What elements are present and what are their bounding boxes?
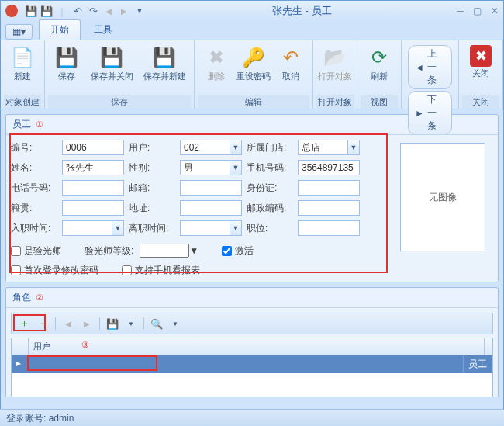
employee-panel: 员工① 编号: 用户: ▼ 所属门店: ▼ 姓名: 性别: ▼ 手机号码: 电话… (5, 114, 499, 282)
tb-save-drop-icon[interactable]: ▼ (123, 316, 139, 331)
tb-next-icon[interactable]: ► (79, 316, 95, 331)
dropdown-icon[interactable]: ▼ (230, 140, 242, 155)
leave-label: 离职时间: (129, 222, 175, 235)
native-input[interactable] (62, 200, 124, 216)
role-grid: 用户 ③ ▸ 员工 (11, 338, 493, 397)
optometrist-checkbox[interactable]: 是验光师 (11, 244, 61, 258)
dropdown-icon[interactable]: ▼ (347, 140, 360, 155)
tb-save-icon[interactable]: 💾 (105, 316, 120, 331)
add-role-button[interactable]: ＋ (16, 316, 32, 331)
active-checkbox[interactable]: 激活 (222, 244, 254, 258)
grid-corner (12, 338, 29, 355)
email-input[interactable] (180, 180, 242, 196)
role-row[interactable]: ▸ 员工 (12, 355, 492, 373)
qat-save-icon[interactable]: 💾 (24, 4, 38, 18)
role-panel: 角色② ＋ － ◄ ► 💾 ▼ 🔍 ▼ 用户 ③ (5, 287, 499, 397)
undo-icon: ↶ (278, 45, 303, 70)
hire-input[interactable] (62, 220, 112, 236)
close-window-button[interactable]: ✕ (491, 5, 499, 16)
mobilereport-checkbox[interactable]: 支持手机看报表 (122, 264, 200, 277)
save-button[interactable]: 💾保存 (48, 42, 85, 85)
window-title: 张先生 - 员工 (147, 4, 457, 18)
user-input[interactable] (180, 140, 230, 155)
file-menu[interactable]: ▦▾ (5, 24, 33, 40)
next-record-button[interactable]: ►下一条 (408, 91, 452, 135)
leave-input[interactable] (180, 220, 230, 236)
tb-prev-icon[interactable]: ◄ (60, 316, 76, 331)
tab-tools[interactable]: 工具 (82, 19, 124, 40)
next-icon: ► (415, 108, 424, 119)
dropdown-icon[interactable]: ▼ (230, 220, 242, 236)
zip-input[interactable] (298, 200, 360, 216)
dropdown-icon[interactable]: ▼ (112, 220, 124, 236)
close-button[interactable]: ✖关闭 (462, 42, 499, 81)
hire-label: 入职时间: (11, 222, 57, 235)
qat-redo-icon[interactable]: ↷ (86, 4, 100, 18)
prev-icon: ◄ (415, 62, 424, 73)
open-object-button[interactable]: 📂打开对象 (316, 42, 354, 85)
name-label: 姓名: (11, 161, 57, 175)
group-save-label: 保存 (48, 95, 191, 109)
qat-prev-icon[interactable]: ◄ (102, 4, 116, 18)
gender-input[interactable] (180, 160, 230, 175)
qat-sep-icon: | (55, 4, 69, 18)
group-view-label: 视图 (361, 95, 398, 109)
save-close-button[interactable]: 💾保存并关闭 (85, 42, 138, 85)
qat-saveclose-icon[interactable]: 💾 (40, 4, 54, 18)
minimize-button[interactable]: ─ (457, 5, 464, 16)
annotation-3: ③ (81, 340, 89, 356)
save-icon: 💾 (54, 45, 79, 70)
dropdown-icon[interactable]: ▼ (189, 245, 198, 256)
native-label: 籍贯: (11, 202, 57, 215)
tb-search-drop-icon[interactable]: ▼ (167, 316, 183, 331)
photo-placeholder[interactable]: 无图像 (400, 143, 485, 251)
close-icon: ✖ (470, 45, 492, 67)
group-open-label: 打开对象 (316, 95, 354, 109)
idno-input[interactable] (298, 180, 360, 196)
post-label: 职位: (247, 222, 293, 235)
email-label: 邮箱: (129, 182, 175, 195)
grid-empty (12, 373, 492, 397)
firstlogin-checkbox[interactable]: 首次登录修改密码 (11, 264, 98, 277)
annotation-2: ② (36, 293, 43, 303)
refresh-icon: ⟳ (367, 45, 392, 70)
role-cell[interactable]: 员工 (464, 355, 492, 373)
save-new-button[interactable]: 💾保存并新建 (138, 42, 191, 85)
mobile-input[interactable] (298, 160, 360, 175)
addr-input[interactable] (180, 200, 242, 216)
optlevel-input[interactable] (140, 244, 189, 258)
shop-input[interactable] (298, 140, 347, 155)
gender-label: 性别: (129, 161, 175, 175)
qat-dropdown-icon[interactable]: ▼ (133, 4, 147, 18)
panel-title: 角色 (12, 291, 31, 304)
zip-label: 邮政编码: (247, 202, 293, 215)
group-create-label: 对象创建 (4, 95, 41, 109)
group-edit-label: 编辑 (198, 95, 309, 109)
qat-next-icon[interactable]: ► (117, 4, 131, 18)
new-button[interactable]: 📄新建 (4, 42, 41, 85)
delete-button[interactable]: ✖删除 (198, 42, 235, 85)
qat-undo-icon[interactable]: ↶ (71, 4, 85, 18)
app-icon (5, 5, 18, 17)
reset-password-button[interactable]: 🔑重设密码 (235, 42, 272, 85)
post-input[interactable] (298, 220, 360, 236)
save-close-icon: 💾 (99, 45, 124, 70)
refresh-button[interactable]: ⟳刷新 (361, 42, 398, 85)
code-input[interactable] (62, 140, 124, 155)
col-user[interactable]: 用户 (29, 338, 485, 355)
role-toolbar: ＋ － ◄ ► 💾 ▼ 🔍 ▼ (11, 313, 493, 334)
tb-search-icon[interactable]: 🔍 (149, 316, 164, 331)
tab-start[interactable]: 开始 (39, 19, 81, 40)
prev-record-button[interactable]: ◄上一条 (408, 45, 452, 89)
tel-input[interactable] (62, 180, 124, 196)
idno-label: 身份证: (247, 182, 293, 195)
annotation-1: ① (36, 119, 43, 130)
dropdown-icon[interactable]: ▼ (230, 160, 242, 175)
remove-role-button[interactable]: － (35, 316, 50, 331)
status-bar: 登录账号: admin (0, 409, 504, 426)
optlevel-label: 验光师等级: (85, 244, 133, 258)
cancel-button[interactable]: ↶取消 (272, 42, 309, 85)
maximize-button[interactable]: ▢ (473, 5, 482, 16)
name-input[interactable] (62, 160, 124, 175)
delete-icon: ✖ (204, 45, 229, 70)
